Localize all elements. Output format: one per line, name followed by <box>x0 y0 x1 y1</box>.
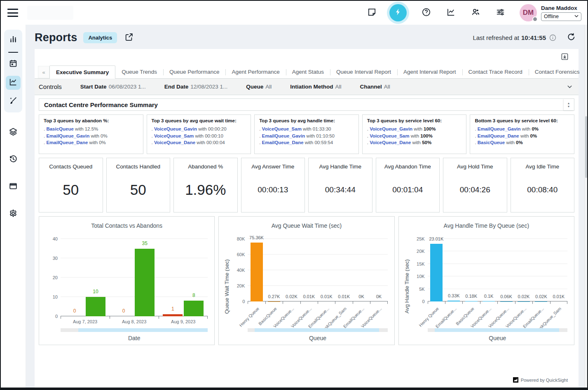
bar[interactable] <box>483 301 495 301</box>
download-button[interactable] <box>561 53 569 62</box>
tab-queue-interval-report[interactable]: Queue Interval Report <box>330 66 397 78</box>
queue-link[interactable]: VoiceQueue_Dane <box>370 140 411 145</box>
queue-link[interactable]: EmailQueue_Gavin <box>262 133 305 138</box>
bar-value-label: 0K <box>376 294 382 299</box>
queue-link[interactable]: VoiceQueue_Gavin <box>154 126 197 131</box>
filter-label: Intiation Method <box>290 84 333 90</box>
queue-link[interactable]: VoiceQueue_Sam <box>154 133 194 138</box>
chart-scrollbar-thumb[interactable] <box>255 328 379 332</box>
users-button[interactable] <box>470 7 481 18</box>
status-select[interactable]: Offline <box>541 12 581 21</box>
bar[interactable] <box>251 243 263 301</box>
tab-agent-performance[interactable]: Agent Performance <box>225 66 286 78</box>
sidebar-item-layers[interactable] <box>6 126 21 139</box>
insight-card: Top 3 queues by avg queue wait time:. Vo… <box>147 114 251 154</box>
tab-agent-status[interactable]: Agent Status <box>286 66 330 78</box>
tab-queue-performance[interactable]: Queue Performance <box>163 66 226 78</box>
filter-label: Start Date <box>80 84 107 90</box>
bar-slot: 0.33K <box>445 231 462 301</box>
queue-link[interactable]: EmailQueue_Gavin <box>46 133 89 138</box>
chart-title: Total Contacts vs Abandons <box>43 222 210 229</box>
bar[interactable] <box>430 244 443 301</box>
x-axis-tick <box>207 316 208 319</box>
bar-value-label: 0.01K <box>321 294 333 299</box>
bar-value-label: 0.02K <box>535 294 547 299</box>
queue-link[interactable]: BasicQueue <box>46 126 73 131</box>
filter-label: End Date <box>164 84 189 90</box>
tab-scroll-left-button[interactable]: « <box>38 66 49 78</box>
queue-link[interactable]: VoiceQueue_Gavin <box>370 126 412 131</box>
insight-value: 100% <box>420 133 432 138</box>
tab-contact-trace-record[interactable]: Contact Trace Record <box>462 66 529 78</box>
queue-link[interactable]: BasicQueue <box>478 140 505 145</box>
sidebar-item-metrics[interactable] <box>6 34 21 47</box>
tab-queue-trends[interactable]: Queue Trends <box>115 66 163 78</box>
sidebar-item-window[interactable] <box>6 181 21 193</box>
boost-button[interactable] <box>389 4 407 21</box>
bar-slot: 0K <box>370 231 387 301</box>
filter-end-date[interactable]: End Date12/08/2023 1... <box>164 84 228 90</box>
sidebar-item-settings[interactable] <box>6 208 21 220</box>
help-button[interactable] <box>421 7 431 18</box>
insight-card-title: Bottom 3 queues by service level 60: <box>475 118 569 123</box>
insights-button[interactable] <box>445 7 456 18</box>
queue-link[interactable]: VoiceQueue_Sam <box>262 126 302 131</box>
sidebar-item-history[interactable] <box>6 154 21 166</box>
filter-channel[interactable]: ChannelAll <box>360 84 390 90</box>
layers-icon <box>9 127 18 138</box>
bar[interactable] <box>184 301 204 316</box>
tab-agent-interval-report[interactable]: Agent Interval Report <box>397 66 462 78</box>
avatar[interactable]: DM <box>520 4 537 21</box>
spinner-up-button[interactable]: ▲ <box>567 102 570 105</box>
insight-value: 12.5% <box>85 126 98 131</box>
notes-button[interactable] <box>366 7 377 18</box>
sidebar-item-customize[interactable] <box>6 95 21 107</box>
info-icon[interactable] <box>549 34 556 41</box>
kpi-card: Avg Answer Time00:00:13 <box>241 158 305 213</box>
queue-link[interactable]: EmailQueue_Dane <box>478 133 519 138</box>
bar-slot: 0.01K <box>335 231 352 301</box>
chart-scrollbar-thumb[interactable] <box>435 328 559 332</box>
bar[interactable] <box>268 301 280 302</box>
bar[interactable] <box>163 314 183 316</box>
kpi-card: Contacts Handled50 <box>106 158 171 213</box>
queue-link[interactable]: VoiceQueue_Dane <box>154 140 195 145</box>
filter-start-date[interactable]: Start Date06/08/2023 1... <box>80 84 146 90</box>
queue-link[interactable]: EmailQueue_Gavin <box>478 126 521 131</box>
filter-queue[interactable]: QueueAll <box>246 84 272 90</box>
last-refreshed-label: Last refreshed at <box>473 34 519 41</box>
insight-item: . EmailQueue_Gavin with 0% <box>44 133 138 140</box>
chart-scrollbar-thumb[interactable] <box>78 328 208 332</box>
sidebar-item-reports[interactable] <box>6 76 21 90</box>
insight-item: . VoiceQueue_Dane with 00:00:04 <box>152 139 246 146</box>
queue-link[interactable]: VoiceQueue_Sam <box>370 133 409 138</box>
x-category-label: TaskQueue_Sam <box>550 304 567 327</box>
filter-value: 12/08/2023 1... <box>190 84 227 90</box>
hamburger-menu-icon[interactable] <box>7 9 18 17</box>
filter-intiation-method[interactable]: Intiation MethodAll <box>290 84 341 90</box>
kpi-card: Avg Hold Time00:04:26 <box>443 158 507 213</box>
open-in-new-button[interactable] <box>124 33 134 43</box>
insight-card: Top 3 queues by service level 60:. Voice… <box>362 114 467 154</box>
preferences-button[interactable] <box>495 7 506 18</box>
spinner-down-button[interactable]: ▼ <box>567 105 570 108</box>
bar-value-label: 10 <box>93 289 98 294</box>
top-bar: DM Dane Maddox Offline <box>1 1 587 25</box>
insight-value: 00:59:54 <box>314 140 333 145</box>
bar[interactable] <box>135 249 155 317</box>
controls-collapse-button[interactable] <box>567 84 573 90</box>
tab-contact-forensics[interactable]: Contact Forensics <box>529 66 586 78</box>
insight-item: . VoiceQueue_Sam with 01:33:30 <box>259 126 354 133</box>
bar[interactable] <box>86 297 105 316</box>
plot-area: 05K10K15K20K25K23.01K0.33K0.18K0.1K0.06K… <box>428 231 567 301</box>
scrollbar-thumb[interactable] <box>585 116 587 178</box>
bar-value-label: 0.01K <box>553 294 565 299</box>
bar[interactable] <box>465 301 478 301</box>
x-axis-tick <box>387 301 388 304</box>
queue-link[interactable]: EmailQueue_Dane <box>46 140 88 145</box>
refresh-button[interactable] <box>567 33 576 43</box>
tab-executive-summary[interactable]: Executive Summary <box>49 65 115 79</box>
sidebar-item-schedule[interactable] <box>6 58 21 70</box>
bar[interactable] <box>447 301 460 301</box>
queue-link[interactable]: EmailQueue_Dane <box>262 140 304 145</box>
